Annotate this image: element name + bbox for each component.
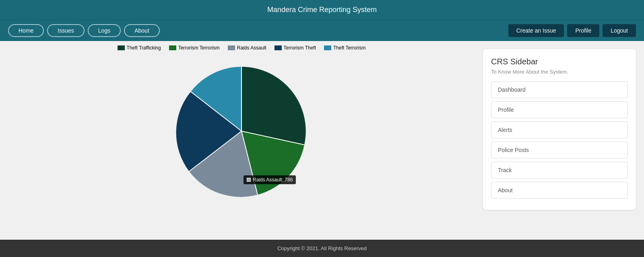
navbar: Home Issues Logs About Create an Issue P… xyxy=(0,20,644,41)
sidebar-item-dashboard[interactable]: Dashboard xyxy=(491,81,628,98)
chart-tooltip: Raids Assault: 786 xyxy=(244,175,296,184)
nav-right: Create an Issue Profile Logout xyxy=(508,24,636,37)
nav-about[interactable]: About xyxy=(124,24,160,37)
sidebar-title: CRS Sidebar xyxy=(491,57,628,66)
legend-label-terrorism-terrorism: Terrorism Terrorism xyxy=(178,45,220,51)
nav-left: Home Issues Logs About xyxy=(8,24,508,37)
legend-theft-trafficking: Theft Trafficking xyxy=(118,45,161,51)
legend-color-terrorism-theft xyxy=(275,45,282,50)
legend-color-raids-assault xyxy=(228,45,235,50)
nav-issues[interactable]: Issues xyxy=(47,24,84,37)
nav-logs[interactable]: Logs xyxy=(88,24,121,37)
sidebar-subtitle: To Know More About the System. xyxy=(491,69,628,75)
logout-button[interactable]: Logout xyxy=(603,24,636,37)
main-content: Theft Trafficking Terrorism Terrorism Ra… xyxy=(0,41,644,240)
sidebar-item-police-posts[interactable]: Police Posts xyxy=(491,142,628,158)
sidebar-item-about[interactable]: About xyxy=(491,182,628,199)
footer-text: Copyright © 2021. All Rights Reserved xyxy=(277,245,367,251)
legend-label-raids-assault: Raids Assault xyxy=(237,45,266,51)
app-title: Mandera Crime Reporting System xyxy=(267,6,377,14)
legend-label-terrorism-theft: Terrorism Theft xyxy=(284,45,316,51)
sidebar-item-profile[interactable]: Profile xyxy=(491,101,628,118)
legend-label-theft-terrorism: Theft Terrorism xyxy=(333,45,365,51)
chart-area: Theft Trafficking Terrorism Terrorism Ra… xyxy=(8,45,475,236)
crs-sidebar: CRS Sidebar To Know More About the Syste… xyxy=(483,49,636,210)
sidebar-item-alerts[interactable]: Alerts xyxy=(491,121,628,138)
app-header: Mandera Crime Reporting System xyxy=(0,0,644,20)
nav-home[interactable]: Home xyxy=(8,24,44,37)
profile-button[interactable]: Profile xyxy=(567,24,599,37)
tooltip-color-box xyxy=(247,178,251,182)
chart-legend: Theft Trafficking Terrorism Terrorism Ra… xyxy=(118,45,366,51)
pie-chart-svg xyxy=(165,55,318,208)
legend-label-theft-trafficking: Theft Trafficking xyxy=(127,45,161,51)
legend-raids-assault: Raids Assault xyxy=(228,45,266,51)
legend-terrorism-theft: Terrorism Theft xyxy=(275,45,316,51)
legend-color-terrorism-terrorism xyxy=(169,45,176,50)
legend-color-theft-terrorism xyxy=(324,45,331,50)
legend-terrorism-terrorism: Terrorism Terrorism xyxy=(169,45,220,51)
legend-color-theft-trafficking xyxy=(118,45,125,50)
footer: Copyright © 2021. All Rights Reserved xyxy=(0,240,644,257)
pie-chart-container: Raids Assault: 786 xyxy=(165,55,318,208)
legend-theft-terrorism: Theft Terrorism xyxy=(324,45,365,51)
create-issue-button[interactable]: Create an Issue xyxy=(508,24,564,37)
sidebar-item-track[interactable]: Track xyxy=(491,162,628,179)
tooltip-text: Raids Assault: 786 xyxy=(253,177,293,183)
